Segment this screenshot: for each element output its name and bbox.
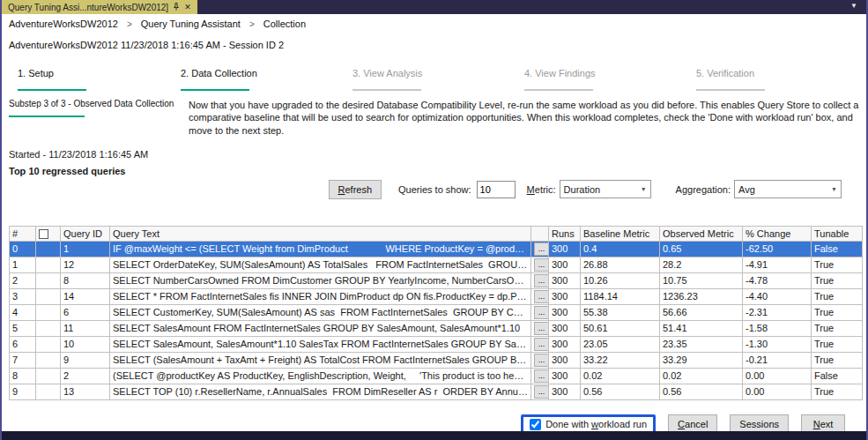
breadcrumb-assistant[interactable]: Query Tuning Assistant <box>141 19 241 29</box>
select-all-checkbox[interactable] <box>39 229 48 239</box>
close-icon[interactable]: ✕ <box>184 4 191 11</box>
col-header-select[interactable] <box>36 226 61 241</box>
row-baseline-metric: 50.61 <box>581 320 660 336</box>
row-select-cell[interactable] <box>36 320 61 336</box>
refresh-button[interactable]: Refresh <box>329 180 382 199</box>
query-text-expand-button[interactable]: ... <box>534 338 549 351</box>
breadcrumb: AdventureWorksDW2012 > Query Tuning Assi… <box>9 19 859 29</box>
row-query-text: SELECT TOP (10) r.ResellerName, r.Annual… <box>110 384 531 399</box>
query-text-expand-button[interactable]: ... <box>534 322 549 335</box>
breadcrumb-database[interactable]: AdventureWorksDW2012 <box>9 19 118 29</box>
table-row[interactable]: 3 14 SELECT * FROM FactInternetSales fis… <box>10 288 863 304</box>
row-select-cell[interactable] <box>36 336 61 352</box>
row-select-cell[interactable] <box>36 352 61 368</box>
query-tuning-assistant-window: Query Tuning Assi...ntureWorksDW2012] ✕ … <box>0 0 868 440</box>
queries-to-show-input[interactable] <box>477 181 516 198</box>
query-text-expand-button[interactable]: ... <box>534 354 549 367</box>
row-pct-change: -62.50 <box>743 241 812 257</box>
step-item[interactable]: 2. Data Collection <box>172 68 344 91</box>
query-text-expand-button[interactable]: ... <box>534 290 549 303</box>
step-underline <box>181 89 249 91</box>
table-row[interactable]: 9 13 SELECT TOP (10) r.ResellerName, r.A… <box>10 384 863 399</box>
query-text-expand-button[interactable]: ... <box>534 274 549 287</box>
step-item[interactable]: 4. View Findings <box>516 68 687 91</box>
wizard-steps: 1. Setup 2. Data Collection 3. View Anal… <box>9 68 859 91</box>
breadcrumb-collection[interactable]: Collection <box>263 19 306 29</box>
step-item[interactable]: 1. Setup <box>9 68 172 91</box>
row-pct-change: -0.21 <box>743 352 812 368</box>
query-text-expand-button[interactable]: ... <box>534 306 549 319</box>
row-select-cell[interactable] <box>36 384 61 399</box>
row-query-text: (SELECT @productKey AS ProductKey, Engli… <box>110 368 531 384</box>
row-baseline-metric: 0.02 <box>581 368 660 384</box>
chevron-down-icon: ▼ <box>831 186 837 192</box>
row-expand-cell: ... <box>531 368 549 384</box>
row-select-cell[interactable] <box>36 272 61 288</box>
row-tunable: True <box>812 257 863 272</box>
row-select-cell[interactable] <box>36 368 61 384</box>
row-query-text: SELECT (SalesAmount + TaxAmt + Freight) … <box>110 352 531 368</box>
table-row[interactable]: 4 6 SELECT CustomerKey, SUM(SalesAmount)… <box>10 304 863 320</box>
query-text-expand-button[interactable]: ... <box>534 369 549 383</box>
table-row[interactable]: 6 10 SELECT SalesAmount, SalesAmount*1.1… <box>10 336 863 352</box>
window-list-caret-icon[interactable]: ▼ <box>850 3 857 10</box>
table-row[interactable]: 2 8 SELECT NumberCarsOwned FROM DimCusto… <box>10 272 863 288</box>
step-label: 3. View Analysis <box>352 68 516 78</box>
col-header-query-text[interactable]: Query Text <box>110 226 531 241</box>
row-pct-change: -2.31 <box>743 304 812 320</box>
row-expand-cell: ... <box>531 384 549 399</box>
col-header-observed-metric[interactable]: Observed Metric <box>660 226 743 241</box>
table-row[interactable]: 5 11 SELECT SalesAmount FROM FactInterne… <box>10 320 863 336</box>
col-header-query-id[interactable]: Query ID <box>61 226 110 241</box>
row-index: 0 <box>10 241 36 257</box>
row-tunable: True <box>812 288 863 304</box>
done-with-workload-checkbox[interactable]: Done with workload run <box>530 419 647 430</box>
table-controls: Refresh Queries to show: Metric: Duratio… <box>9 180 859 199</box>
pin-icon[interactable] <box>173 3 180 12</box>
col-header-pct-change[interactable]: % Change <box>743 226 812 241</box>
done-checkbox-input[interactable] <box>530 419 541 430</box>
row-observed-metric: 1236.23 <box>660 288 743 304</box>
row-query-id: 1 <box>61 241 110 257</box>
step-underline <box>352 89 421 91</box>
row-expand-cell: ... <box>531 320 549 336</box>
aggregation-dropdown[interactable]: Avg ▼ <box>734 180 842 198</box>
table-row[interactable]: 1 12 SELECT OrderDateKey, SUM(SalesAmoun… <box>10 257 863 272</box>
row-runs: 300 <box>549 336 581 352</box>
row-index: 8 <box>10 368 36 384</box>
step-item[interactable]: 5. Verification <box>687 68 859 91</box>
row-select-cell[interactable] <box>36 241 61 257</box>
col-header-tunable[interactable]: Tunable <box>812 226 863 241</box>
row-query-id: 10 <box>61 336 110 352</box>
col-header-index[interactable]: # <box>10 226 36 241</box>
session-info: AdventureWorksDW2012 11/23/2018 1:16:45 … <box>9 40 859 50</box>
query-text-expand-button[interactable]: ... <box>534 385 549 399</box>
col-header-baseline-metric[interactable]: Baseline Metric <box>581 226 660 241</box>
query-text-expand-button[interactable]: ... <box>534 242 549 256</box>
main-content: AdventureWorksDW2012 > Query Tuning Assi… <box>2 19 866 435</box>
regressed-queries-table: # Query ID Query Text Runs Baseline Metr… <box>9 226 863 400</box>
breadcrumb-separator-icon: > <box>127 19 132 29</box>
row-query-text: SELECT CustomerKey, SUM(SalesAmount) AS … <box>110 304 531 320</box>
table-row[interactable]: 7 9 SELECT (SalesAmount + TaxAmt + Freig… <box>10 352 863 368</box>
row-select-cell[interactable] <box>36 288 61 304</box>
query-text-expand-button[interactable]: ... <box>534 258 549 272</box>
row-tunable: True <box>812 384 863 399</box>
step-label: 4. View Findings <box>524 68 687 78</box>
metric-dropdown[interactable]: Duration ▼ <box>560 180 651 198</box>
table-row[interactable]: 8 2 (SELECT @productKey AS ProductKey, E… <box>10 368 863 384</box>
document-tab[interactable]: Query Tuning Assi...ntureWorksDW2012] ✕ <box>2 0 197 14</box>
table-header-row: # Query ID Query Text Runs Baseline Metr… <box>10 226 863 241</box>
row-tunable: True <box>812 320 863 336</box>
col-header-runs[interactable]: Runs <box>549 226 581 241</box>
row-query-id: 6 <box>61 304 110 320</box>
step-item[interactable]: 3. View Analysis <box>344 68 516 91</box>
row-select-cell[interactable] <box>36 304 61 320</box>
regressed-queries-title: Top 10 regressed queries <box>9 166 859 176</box>
row-runs: 300 <box>549 257 581 272</box>
row-tunable: True <box>812 304 863 320</box>
table-row[interactable]: 0 1 IF @maxWeight <= (SELECT Weight from… <box>10 241 863 257</box>
row-query-id: 9 <box>61 352 110 368</box>
row-select-cell[interactable] <box>36 257 61 272</box>
row-runs: 300 <box>549 272 581 288</box>
